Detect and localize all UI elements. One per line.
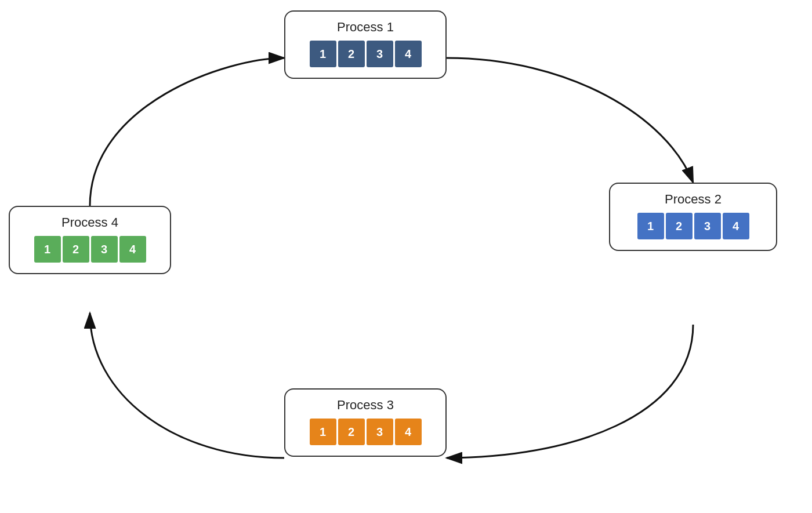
process2-block-3: 3 bbox=[694, 213, 721, 239]
process3-block-3: 3 bbox=[367, 419, 393, 445]
process3-block-1: 1 bbox=[310, 419, 336, 445]
process3-box: Process 3 1 2 3 4 bbox=[284, 388, 447, 457]
process1-block-2: 2 bbox=[338, 41, 365, 67]
process3-block-4: 4 bbox=[395, 419, 422, 445]
process3-blocks: 1 2 3 4 bbox=[310, 419, 422, 445]
process2-block-4: 4 bbox=[723, 213, 749, 239]
process4-block-3: 3 bbox=[91, 236, 118, 263]
process4-block-4: 4 bbox=[119, 236, 146, 263]
process1-block-4: 4 bbox=[395, 41, 422, 67]
process4-box: Process 4 1 2 3 4 bbox=[9, 206, 171, 274]
process2-blocks: 1 2 3 4 bbox=[637, 213, 749, 239]
process3-block-2: 2 bbox=[338, 419, 365, 445]
process1-blocks: 1 2 3 4 bbox=[310, 41, 422, 67]
process4-blocks: 1 2 3 4 bbox=[34, 236, 146, 263]
process4-title: Process 4 bbox=[61, 215, 118, 230]
process2-title: Process 2 bbox=[665, 192, 722, 207]
process1-box: Process 1 1 2 3 4 bbox=[284, 10, 447, 79]
process4-block-1: 1 bbox=[34, 236, 61, 263]
process2-block-1: 1 bbox=[637, 213, 664, 239]
process3-title: Process 3 bbox=[337, 398, 394, 413]
process2-box: Process 2 1 2 3 4 bbox=[609, 183, 777, 251]
process1-title: Process 1 bbox=[337, 20, 394, 35]
process1-block-3: 3 bbox=[367, 41, 393, 67]
process1-block-1: 1 bbox=[310, 41, 336, 67]
diagram-container: Process 1 1 2 3 4 Process 2 1 2 3 4 Proc… bbox=[0, 0, 812, 513]
process2-block-2: 2 bbox=[666, 213, 693, 239]
process4-block-2: 2 bbox=[63, 236, 89, 263]
